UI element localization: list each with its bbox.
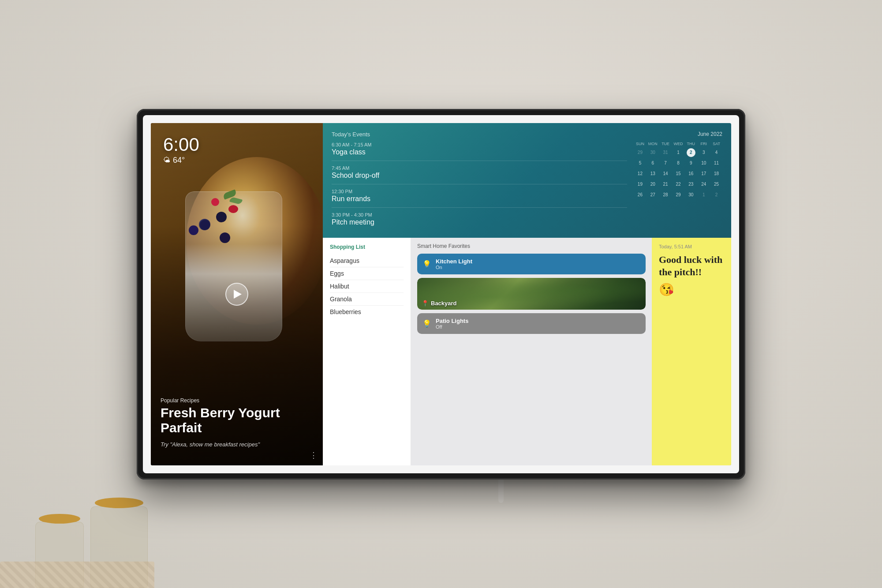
cal-day-8[interactable]: 8 [674, 159, 683, 168]
bottom-row: Shopping List Asparagus Eggs Halibut Gra… [323, 238, 731, 465]
play-triangle-icon [234, 290, 242, 299]
note-text: Good luck with the pitch!! [659, 254, 724, 279]
cal-day-27[interactable]: 27 [648, 191, 657, 199]
left-panel: 6:00 🌤 64° Popular Recipes Fresh Berry Y… [151, 123, 323, 465]
cal-header-tue: TUE [660, 141, 672, 147]
smart-home-panel: Smart Home Favorites 💡 Kitchen Light On [411, 238, 652, 465]
cal-day-15[interactable]: 15 [674, 169, 683, 178]
event-item-1[interactable]: 6:30 AM - 7:15 AM Yoga class [332, 142, 627, 161]
cal-day-29[interactable]: 29 [674, 191, 683, 199]
recipe-category: Popular Recipes [161, 397, 313, 404]
cal-header-mon: MON [647, 141, 659, 147]
event-name-2: School drop-off [332, 172, 627, 180]
cal-day-19[interactable]: 19 [635, 180, 644, 189]
cal-day-29-may[interactable]: 29 [635, 148, 644, 157]
backyard-camera-button[interactable]: 📍 Backyard [417, 278, 646, 310]
note-emoji: 😘 [659, 282, 724, 297]
cal-day-12[interactable]: 12 [635, 169, 644, 178]
calendar-month-year: June 2022 [634, 131, 722, 137]
cal-day-22[interactable]: 22 [674, 180, 683, 189]
cal-day-25[interactable]: 25 [712, 180, 721, 189]
kitchen-light-status: On [436, 265, 472, 270]
cal-day-6[interactable]: 6 [648, 159, 657, 168]
time-text: 6:00 [163, 135, 199, 154]
shopping-item-2[interactable]: Eggs [330, 267, 404, 280]
event-item-2[interactable]: 7:45 AM School drop-off [332, 165, 627, 184]
cal-day-10[interactable]: 10 [699, 159, 708, 168]
event-item-4[interactable]: 3:30 PM - 4:30 PM Pitch meeting [332, 212, 627, 231]
cal-day-31-may[interactable]: 31 [661, 148, 670, 157]
event-time-4: 3:30 PM - 4:30 PM [332, 212, 627, 217]
cal-day-20[interactable]: 20 [648, 180, 657, 189]
shopping-item-1[interactable]: Asparagus [330, 255, 404, 267]
events-section: Today's Events 6:30 AM - 7:15 AM Yoga cl… [332, 131, 627, 231]
bulb-off-icon: 💡 [422, 319, 431, 328]
backyard-name: Backyard [431, 300, 457, 307]
cal-day-24[interactable]: 24 [699, 180, 708, 189]
cal-day-18[interactable]: 18 [712, 169, 721, 178]
tv-bezel: 6:00 🌤 64° Popular Recipes Fresh Berry Y… [143, 115, 739, 473]
cal-day-26[interactable]: 26 [635, 191, 644, 199]
cal-header-thu: THU [685, 141, 697, 147]
cal-day-11[interactable]: 11 [712, 159, 721, 168]
cal-day-2-today[interactable]: 2 [687, 148, 695, 157]
recipe-title: Fresh Berry Yogurt Parfait [161, 405, 313, 436]
time-display: 6:00 🌤 64° [163, 135, 199, 165]
event-time-3: 12:30 PM [332, 189, 627, 194]
sticky-note: Today, 5:51 AM Good luck with the pitch!… [652, 238, 731, 465]
play-button[interactable] [225, 283, 248, 306]
smart-home-title: Smart Home Favorites [417, 243, 646, 249]
more-options-button[interactable]: ⋮ [310, 450, 318, 460]
note-timestamp: Today, 5:51 AM [659, 244, 724, 249]
location-icon: 📍 [422, 300, 429, 307]
cal-day-7[interactable]: 7 [661, 159, 670, 168]
bulb-on-icon: 💡 [422, 260, 431, 268]
shopping-item-3[interactable]: Halibut [330, 280, 404, 293]
cal-day-3[interactable]: 3 [699, 148, 708, 157]
calendar-grid: SUN MON TUE WED THU FRI SAT 29 30 31 1 [634, 141, 722, 200]
cal-day-9[interactable]: 9 [687, 159, 695, 168]
cal-day-17[interactable]: 17 [699, 169, 708, 178]
tv-frame: 6:00 🌤 64° Popular Recipes Fresh Berry Y… [137, 109, 745, 479]
event-time-2: 7:45 AM [332, 165, 627, 171]
event-time-1: 6:30 AM - 7:15 AM [332, 142, 627, 147]
cal-day-21[interactable]: 21 [661, 180, 670, 189]
cal-header-wed: WED [673, 141, 684, 147]
kitchen-light-name: Kitchen Light [436, 258, 472, 265]
shopping-list-panel: Shopping List Asparagus Eggs Halibut Gra… [323, 238, 411, 465]
cal-day-5[interactable]: 5 [635, 159, 644, 168]
shopping-item-5[interactable]: Blueberries [330, 306, 404, 318]
cal-day-14[interactable]: 14 [661, 169, 670, 178]
cal-day-2-jul[interactable]: 2 [712, 191, 721, 199]
event-item-3[interactable]: 12:30 PM Run errands [332, 189, 627, 208]
patio-lights-status: Off [436, 324, 468, 330]
cal-header-fri: FRI [698, 141, 710, 147]
recipe-info: Popular Recipes Fresh Berry Yogurt Parfa… [161, 397, 313, 448]
event-name-1: Yoga class [332, 148, 627, 156]
cal-day-28[interactable]: 28 [661, 191, 670, 199]
kitchen-light-button[interactable]: 💡 Kitchen Light On [417, 254, 646, 274]
patio-lights-name: Patio Lights [436, 318, 468, 324]
events-calendar-section: Today's Events 6:30 AM - 7:15 AM Yoga cl… [323, 123, 731, 238]
cal-day-30-may[interactable]: 30 [648, 148, 657, 157]
cal-header-sat: SAT [710, 141, 722, 147]
temperature: 64° [173, 156, 185, 165]
cal-day-30[interactable]: 30 [687, 191, 695, 199]
event-name-4: Pitch meeting [332, 218, 627, 226]
cal-day-13[interactable]: 13 [648, 169, 657, 178]
cal-day-16[interactable]: 16 [687, 169, 695, 178]
calendar-section: June 2022 SUN MON TUE WED THU FRI SAT 29 [634, 131, 722, 231]
shopping-item-4[interactable]: Granola [330, 293, 404, 306]
cal-day-23[interactable]: 23 [687, 180, 695, 189]
weather-icon: 🌤 [163, 156, 170, 164]
cal-day-1[interactable]: 1 [674, 148, 683, 157]
right-panel: Today's Events 6:30 AM - 7:15 AM Yoga cl… [323, 123, 731, 465]
tv-screen: 6:00 🌤 64° Popular Recipes Fresh Berry Y… [151, 123, 731, 465]
patio-lights-button[interactable]: 💡 Patio Lights Off [417, 313, 646, 334]
cal-header-sun: SUN [634, 141, 646, 147]
events-title: Today's Events [332, 131, 627, 138]
cal-day-1-jul[interactable]: 1 [699, 191, 708, 199]
event-name-3: Run errands [332, 195, 627, 203]
cal-day-4[interactable]: 4 [712, 148, 721, 157]
shopping-list-title: Shopping List [330, 244, 404, 250]
